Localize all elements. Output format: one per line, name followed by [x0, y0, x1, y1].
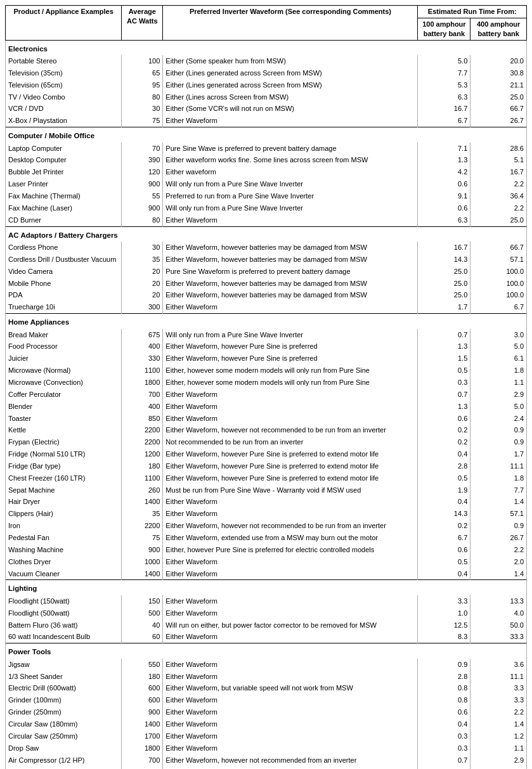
table-row: Laptop Computer70Pure Sine Wave is prefe…	[6, 143, 527, 155]
section-header: AC Adaptors / Battery Chargers	[6, 226, 527, 242]
run-400-cell: 0.9	[470, 436, 527, 448]
table-row: VCR / DVD30Either (Some VCR's will not r…	[6, 103, 527, 115]
watts-cell: 900	[122, 706, 163, 718]
watts-cell: 150	[122, 595, 163, 607]
watts-cell: 1100	[122, 472, 163, 484]
waveform-cell: Either, however some modern models will …	[163, 377, 418, 389]
run-100-cell: 16.7	[418, 103, 470, 115]
run-100-cell: 5.3	[418, 79, 470, 91]
waveform-cell: Pure Sine Waveform is preferred to preve…	[163, 266, 418, 278]
table-row: Circular Saw (180mm)1400Either Waveform0…	[6, 718, 527, 730]
watts-cell: 600	[122, 682, 163, 694]
table-row: Blender400Either Waveform1.35.0	[6, 401, 527, 413]
run-400-cell: 3.3	[470, 682, 527, 694]
run-400-cell: 1.7	[470, 448, 527, 460]
table-row: X-Box / Playstation75Either Waveform6.72…	[6, 115, 527, 127]
product-cell: Cordless Phone	[6, 242, 122, 254]
waveform-cell: Either Waveform	[163, 631, 418, 643]
table-row: Jigsaw550Either Waveform0.93.6	[6, 659, 527, 671]
product-cell: Washing Machine	[6, 544, 122, 556]
section-title: Electronics	[6, 40, 527, 55]
waveform-cell: Either Waveform, however Pure Sine is pr…	[163, 460, 418, 472]
waveform-cell: Will only run from a Pure Sine Wave Inve…	[163, 202, 418, 214]
run-100-cell: 25.0	[418, 289, 470, 301]
run-100-cell: 0.5	[418, 365, 470, 377]
watts-cell: 1400	[122, 718, 163, 730]
header-runtime-group: Estimated Run Time From:	[418, 6, 527, 18]
waveform-cell: Either Waveform, however not recommended…	[163, 520, 418, 532]
table-row: Iron2200Either Waveform, however not rec…	[6, 520, 527, 532]
run-400-cell: 1.1	[470, 742, 527, 754]
product-cell: Battern Fluro (36 watt)	[6, 619, 122, 631]
run-100-cell: 6.7	[418, 115, 470, 127]
waveform-cell: Either waveform	[163, 166, 418, 178]
product-cell: Iron	[6, 520, 122, 532]
product-cell: Food Processor	[6, 340, 122, 352]
run-100-cell: 0.6	[418, 413, 470, 425]
run-400-cell: 2.2	[470, 178, 527, 190]
product-cell: Frypan (Electric)	[6, 436, 122, 448]
waveform-cell: Either Waveform	[163, 659, 418, 671]
run-400-cell: 1.8	[470, 472, 527, 484]
watts-cell: 180	[122, 460, 163, 472]
run-400-cell: 2.2	[470, 202, 527, 214]
header-waveform: Preferred Inverter Waveform (See corresp…	[163, 6, 418, 41]
waveform-cell: Either Waveform	[163, 401, 418, 413]
run-400-cell: 66.7	[470, 103, 527, 115]
table-row: Cordless Drill / Dustbuster Vacuum35Eith…	[6, 254, 527, 266]
table-row: Juicier330Either Waveform, however Pure …	[6, 352, 527, 365]
run-400-cell: 5.0	[470, 340, 527, 352]
waveform-cell: Preferred to run from a Pure Sine Wave I…	[163, 190, 418, 202]
run-100-cell: 14.3	[418, 508, 470, 520]
run-100-cell: 0.4	[418, 496, 470, 508]
waveform-cell: Either Waveform, but variable speed will…	[163, 682, 418, 694]
run-100-cell: 2.8	[418, 460, 470, 472]
product-cell: X-Box / Playstation	[6, 115, 122, 127]
watts-cell: 20	[122, 289, 163, 301]
table-row: Kettle2200Either Waveform, however not r…	[6, 424, 527, 436]
watts-cell: 1100	[122, 365, 163, 377]
run-100-cell: 5.0	[418, 55, 470, 67]
watts-cell: 65	[122, 67, 163, 79]
run-400-cell: 2.9	[470, 389, 527, 401]
run-100-cell: 0.9	[418, 659, 470, 671]
waveform-cell: Either Waveform, however not recommended…	[163, 754, 418, 766]
waveform-cell: Either Waveform, however Pure Sine is pr…	[163, 448, 418, 460]
table-row: CD Burner80Either Waveform6.325.0	[6, 214, 527, 226]
table-row: Food Processor400Either Waveform, howeve…	[6, 340, 527, 352]
run-400-cell: 2.2	[470, 706, 527, 718]
run-400-cell: 2.0	[470, 556, 527, 568]
run-400-cell: 3.6	[470, 659, 527, 671]
product-cell: Grinder (250mm)	[6, 706, 122, 718]
run-100-cell: 1.3	[418, 401, 470, 413]
run-100-cell: 12.5	[418, 619, 470, 631]
run-400-cell: 66.7	[470, 242, 527, 254]
header-watts: Average AC Watts	[122, 6, 163, 41]
waveform-cell: Must be run from Pure Sine Wave - Warran…	[163, 484, 418, 496]
table-row: Electric Drill (600watt)600Either Wavefo…	[6, 682, 527, 694]
table-row: Laser Printer900Will only run from a Pur…	[6, 178, 527, 190]
run-400-cell: 7.7	[470, 484, 527, 496]
section-title: Power Tools	[6, 643, 527, 659]
table-row: Floodlight (500watt)500Either Waveform1.…	[6, 607, 527, 619]
watts-cell: 390	[122, 154, 163, 166]
watts-cell: 600	[122, 694, 163, 706]
table-row: Mobile Phone20Either Waveform, however b…	[6, 278, 527, 290]
waveform-cell: Either Waveform, however not recommended…	[163, 424, 418, 436]
waveform-cell: Either (Some VCR's will not run on MSW)	[163, 103, 418, 115]
run-100-cell: 0.7	[418, 389, 470, 401]
run-100-cell: 0.2	[418, 436, 470, 448]
run-100-cell: 0.4	[418, 448, 470, 460]
run-400-cell: 13.3	[470, 595, 527, 607]
watts-cell: 75	[122, 532, 163, 544]
table-row: Portable Stereo100Either (Some speaker h…	[6, 55, 527, 67]
table-row: Floodlight (150watt)150Either Waveform3.…	[6, 595, 527, 607]
waveform-cell: Either Waveform, however Pure Sine is pr…	[163, 352, 418, 365]
run-100-cell: 6.3	[418, 214, 470, 226]
run-100-cell: 0.6	[418, 202, 470, 214]
waveform-cell: Will only run from a Pure Sine Wave Inve…	[163, 329, 418, 341]
table-row: Coffer Perculator700Either Waveform0.72.…	[6, 389, 527, 401]
table-row: Video Camera20Pure Sine Waveform is pref…	[6, 266, 527, 278]
product-cell: Drop Saw	[6, 742, 122, 754]
waveform-cell: Either Waveform	[163, 671, 418, 683]
